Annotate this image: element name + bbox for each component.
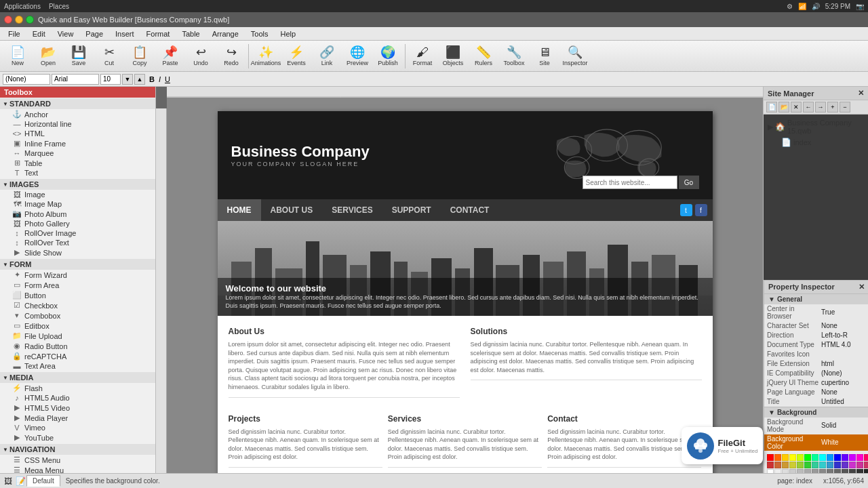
color-cell[interactable]: [864, 469, 868, 474]
menu-insert[interactable]: Insert: [110, 28, 140, 39]
animations-button[interactable]: ✨Animations: [251, 43, 281, 70]
color-cell[interactable]: [864, 454, 868, 461]
menu-page[interactable]: Page: [80, 28, 108, 39]
sm-btn-1[interactable]: 📄: [766, 102, 777, 113]
color-cell[interactable]: [789, 454, 796, 461]
button-item[interactable]: ⬜Button: [0, 290, 155, 300]
menu-file[interactable]: File: [3, 28, 26, 39]
format-button[interactable]: 🖌Format: [408, 43, 437, 70]
sm-btn-6[interactable]: +: [827, 102, 838, 113]
color-cell[interactable]: [834, 462, 841, 468]
nav-services[interactable]: SERVICES: [322, 199, 382, 221]
color-cell[interactable]: [849, 462, 856, 468]
bold-btn[interactable]: B: [149, 75, 155, 83]
canvas-scroll[interactable]: Business Company YOUR COMPANY SLOGAN HER…: [167, 98, 763, 473]
copy-button[interactable]: 📋Copy: [125, 43, 155, 70]
default-tab[interactable]: Default: [26, 475, 60, 487]
color-cell[interactable]: [827, 469, 833, 474]
color-cell[interactable]: [797, 462, 804, 468]
color-cell[interactable]: [834, 469, 841, 474]
increase-btn[interactable]: ▲: [134, 74, 145, 85]
css-menu-item[interactable]: ☰CSS Menu: [0, 455, 155, 465]
general-section-header[interactable]: ▼ General: [764, 294, 868, 304]
color-cell[interactable]: [767, 469, 774, 474]
image-map-item[interactable]: 🗺Image Map: [0, 199, 155, 209]
marquee-item[interactable]: ↔Marquee: [0, 148, 155, 158]
rollover-text-item[interactable]: ↕RollOver Text: [0, 238, 155, 247]
color-cell[interactable]: [782, 469, 789, 474]
background-section-header[interactable]: ▼ Background: [764, 407, 868, 418]
close-inspector-icon[interactable]: ✕: [859, 283, 865, 291]
color-cell[interactable]: [804, 454, 811, 461]
sm-btn-3[interactable]: ✕: [791, 102, 802, 113]
color-cell[interactable]: [842, 454, 848, 461]
new-button[interactable]: 📄New: [3, 43, 33, 70]
flash-item[interactable]: ⚡Flash: [0, 383, 155, 393]
color-cell[interactable]: [856, 469, 863, 474]
photo-album-item[interactable]: 📷Photo Album: [0, 209, 155, 219]
color-cell[interactable]: [856, 454, 863, 461]
color-cell[interactable]: [827, 454, 833, 461]
rollover-image-item[interactable]: ↕RollOver Image: [0, 228, 155, 238]
menu-arrange[interactable]: Arrange: [207, 28, 244, 39]
color-cell[interactable]: [842, 469, 848, 474]
standard-group-header[interactable]: ▼ STANDARD: [0, 98, 155, 109]
decrease-btn[interactable]: ▼: [122, 74, 133, 85]
radio-button-item[interactable]: ◉Radio Button: [0, 341, 155, 351]
maximize-button[interactable]: [26, 16, 34, 24]
checkbox-item[interactable]: ☑Checkbox: [0, 300, 155, 310]
html5-video-item[interactable]: ▶HTML5 Video: [0, 403, 155, 413]
twitter-icon[interactable]: t: [680, 204, 692, 216]
color-cell[interactable]: [812, 469, 818, 474]
close-button[interactable]: [4, 16, 12, 24]
paste-button[interactable]: 📌Paste: [155, 43, 185, 70]
color-cell[interactable]: [849, 469, 856, 474]
color-cell[interactable]: [797, 469, 804, 474]
html5-audio-item[interactable]: ♪HTML5 Audio: [0, 393, 155, 403]
html-item[interactable]: <>HTML: [0, 129, 155, 138]
color-cell[interactable]: [774, 462, 781, 468]
youtube-item[interactable]: ▶YouTube: [0, 432, 155, 443]
file-index[interactable]: 📄 index: [765, 136, 867, 148]
sm-btn-5[interactable]: →: [815, 102, 826, 113]
rulers-button[interactable]: 📏Rulers: [469, 43, 498, 70]
images-group-header[interactable]: ▼ IMAGES: [0, 179, 155, 190]
color-cell[interactable]: [864, 462, 868, 468]
objects-button[interactable]: ⬛Objects: [438, 43, 468, 70]
search-input[interactable]: [583, 176, 677, 189]
events-button[interactable]: ⚡Events: [281, 43, 311, 70]
font-size-input[interactable]: [100, 74, 121, 85]
color-cell[interactable]: [819, 469, 826, 474]
color-cell[interactable]: [767, 462, 774, 468]
html-icon[interactable]: 📝: [16, 476, 26, 486]
text-item[interactable]: TText: [0, 168, 155, 178]
combobox-item[interactable]: ▾Combobox: [0, 310, 155, 321]
mega-menu-item[interactable]: ☰Mega Menu: [0, 465, 155, 473]
menu-format[interactable]: Format: [141, 28, 176, 39]
color-cell[interactable]: [767, 454, 774, 461]
color-cell[interactable]: [842, 462, 848, 468]
slide-show-item[interactable]: ▶Slide Show: [0, 247, 155, 258]
color-cell[interactable]: [774, 454, 781, 461]
color-cell[interactable]: [789, 469, 796, 474]
preview-button[interactable]: 🌐Preview: [342, 43, 372, 70]
sm-btn-7[interactable]: −: [840, 102, 850, 113]
color-cell[interactable]: [849, 454, 856, 461]
open-button[interactable]: 📂Open: [33, 43, 63, 70]
close-panel-icon[interactable]: ✕: [858, 89, 864, 98]
editbox-item[interactable]: ▭Editbox: [0, 321, 155, 331]
table-item[interactable]: ⊞Table: [0, 158, 155, 168]
facebook-icon[interactable]: f: [695, 204, 707, 216]
sm-btn-2[interactable]: 📂: [778, 102, 789, 113]
canvas-icon[interactable]: 🖼: [4, 476, 12, 486]
publish-button[interactable]: 🌍Publish: [373, 43, 403, 70]
color-cell[interactable]: [797, 454, 804, 461]
italic-btn[interactable]: I: [159, 75, 161, 83]
nav-support[interactable]: SUPPORT: [382, 199, 441, 221]
link-button[interactable]: 🔗Link: [312, 43, 342, 70]
file-upload-item[interactable]: 📁File Upload: [0, 331, 155, 341]
menu-edit[interactable]: Edit: [27, 28, 51, 39]
form-group-header[interactable]: ▼ FORM: [0, 259, 155, 270]
toolbox-button[interactable]: 🔧Toolbox: [499, 43, 529, 70]
menu-view[interactable]: View: [52, 28, 79, 39]
